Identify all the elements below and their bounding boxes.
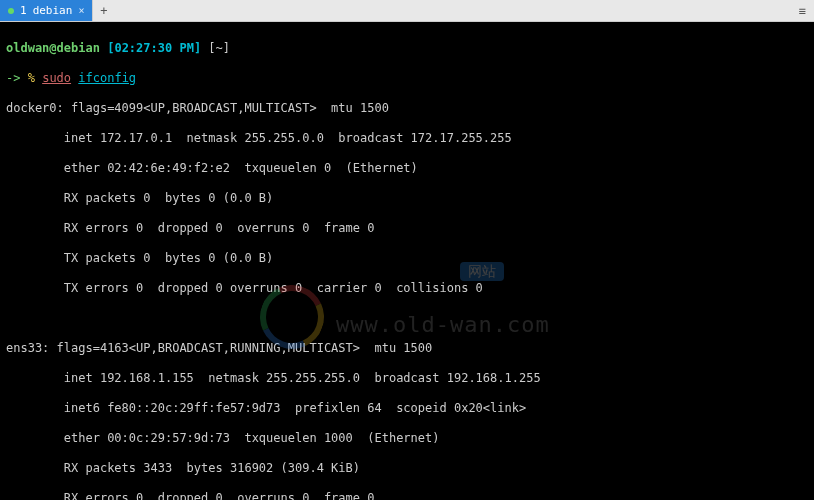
output-line: TX errors 0 dropped 0 overruns 0 carrier… — [6, 281, 808, 296]
new-tab-button[interactable]: + — [92, 0, 114, 21]
status-dot-icon — [8, 8, 14, 14]
prompt-arrow: -> — [6, 71, 20, 85]
close-icon[interactable]: × — [78, 5, 84, 16]
output-line: docker0: flags=4099<UP,BROADCAST,MULTICA… — [6, 101, 808, 116]
prompt-time: [02:27:30 PM] — [107, 41, 201, 55]
prompt-at: @ — [49, 41, 56, 55]
output-line: RX errors 0 dropped 0 overruns 0 frame 0 — [6, 491, 808, 500]
output-line: RX packets 3433 bytes 316902 (309.4 KiB) — [6, 461, 808, 476]
output-line: inet6 fe80::20c:29ff:fe57:9d73 prefixlen… — [6, 401, 808, 416]
terminal-output[interactable]: oldwan@debian [02:27:30 PM] [~] -> % sud… — [0, 22, 814, 500]
command-line: -> % sudo ifconfig — [6, 71, 808, 86]
prompt-line: oldwan@debian [02:27:30 PM] [~] — [6, 41, 808, 56]
output-blank — [6, 311, 808, 326]
output-line: inet 192.168.1.155 netmask 255.255.255.0… — [6, 371, 808, 386]
prompt-host: debian — [57, 41, 100, 55]
output-line: ether 02:42:6e:49:f2:e2 txqueuelen 0 (Et… — [6, 161, 808, 176]
tab-title: debian — [33, 4, 73, 17]
output-line: inet 172.17.0.1 netmask 255.255.0.0 broa… — [6, 131, 808, 146]
prompt-user: oldwan — [6, 41, 49, 55]
command-text: ifconfig — [78, 71, 136, 85]
sudo-keyword: sudo — [42, 71, 71, 85]
tab-bar: 1 debian × + ≡ — [0, 0, 814, 22]
output-line: RX packets 0 bytes 0 (0.0 B) — [6, 191, 808, 206]
tab-index: 1 — [20, 4, 27, 17]
prompt-path: [~] — [208, 41, 230, 55]
tab-debian[interactable]: 1 debian × — [0, 0, 92, 21]
output-line: RX errors 0 dropped 0 overruns 0 frame 0 — [6, 221, 808, 236]
output-line: TX packets 0 bytes 0 (0.0 B) — [6, 251, 808, 266]
output-line: ens33: flags=4163<UP,BROADCAST,RUNNING,M… — [6, 341, 808, 356]
window-menu-icon[interactable]: ≡ — [790, 0, 814, 21]
prompt-symbol: % — [28, 71, 35, 85]
output-line: ether 00:0c:29:57:9d:73 txqueuelen 1000 … — [6, 431, 808, 446]
